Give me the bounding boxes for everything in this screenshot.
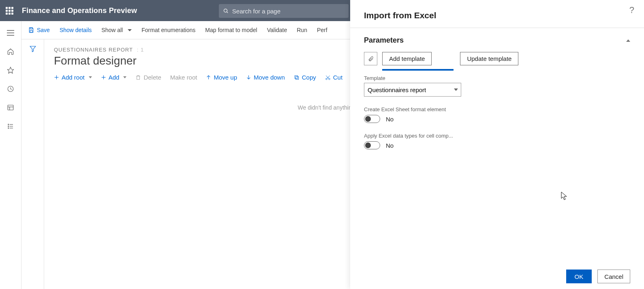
svg-rect-23 — [137, 76, 140, 79]
copy-icon — [294, 75, 300, 80]
import-from-excel-panel: ? Import from Excel Parameters Add templ… — [350, 0, 644, 289]
search-input[interactable] — [232, 8, 344, 15]
modules-icon[interactable] — [6, 122, 15, 130]
attachment-button[interactable] — [364, 52, 377, 65]
svg-marker-18 — [30, 46, 36, 52]
panel-title: Import from Excel — [364, 11, 436, 20]
svg-point-14 — [8, 128, 9, 129]
svg-rect-17 — [30, 30, 32, 32]
add-root-button[interactable]: Add root — [54, 74, 92, 81]
workspace-icon[interactable] — [6, 104, 15, 112]
svg-point-0 — [224, 9, 227, 12]
plus-icon — [101, 75, 106, 80]
perf-link[interactable]: Perf — [317, 27, 327, 33]
save-icon — [28, 27, 34, 33]
cut-icon — [325, 75, 331, 80]
hamburger-icon[interactable] — [6, 29, 15, 37]
apply-types-toggle[interactable] — [364, 141, 380, 149]
breadcrumb-index: : 1 — [137, 47, 144, 53]
arrow-down-icon — [246, 75, 251, 80]
update-template-button[interactable]: Update template — [460, 52, 518, 65]
filter-icon[interactable] — [29, 45, 36, 54]
template-field-label: Template — [364, 75, 630, 81]
svg-rect-16 — [30, 28, 32, 29]
plus-icon — [54, 75, 59, 80]
show-details-link[interactable]: Show details — [60, 27, 92, 33]
panel-footer: OK Cancel — [350, 264, 644, 289]
move-down-button[interactable]: Move down — [246, 74, 285, 81]
copy-button[interactable]: Copy — [294, 74, 316, 81]
paperclip-icon — [368, 55, 374, 63]
svg-point-12 — [8, 126, 9, 127]
apply-types-value: No — [386, 142, 394, 149]
cancel-button[interactable]: Cancel — [597, 270, 630, 283]
search-icon — [223, 8, 229, 14]
arrow-up-icon — [206, 75, 211, 80]
save-button[interactable]: Save — [28, 27, 50, 33]
add-template-button[interactable]: Add template — [382, 52, 432, 65]
app-title: Finance and Operations Preview — [22, 6, 137, 15]
create-sheet-value: No — [386, 116, 394, 123]
filter-column — [21, 39, 44, 289]
svg-rect-7 — [8, 105, 13, 110]
trash-icon — [135, 75, 141, 80]
left-navigation-rail — [0, 21, 21, 289]
global-search[interactable] — [219, 4, 349, 18]
make-root-button[interactable]: Make root — [170, 74, 197, 81]
svg-marker-5 — [8, 67, 14, 73]
svg-line-1 — [227, 12, 228, 13]
add-button[interactable]: Add — [101, 74, 127, 81]
delete-button[interactable]: Delete — [135, 74, 161, 81]
run-link[interactable]: Run — [297, 27, 307, 33]
cut-button[interactable]: Cut — [325, 74, 342, 81]
create-sheet-label: Create Excel Sheet format element — [364, 106, 630, 112]
map-format-link[interactable]: Map format to model — [205, 27, 257, 33]
show-all-dropdown[interactable]: Show all — [101, 27, 132, 33]
template-select-input[interactable] — [364, 83, 461, 97]
star-icon[interactable] — [6, 66, 15, 74]
format-enumerations-link[interactable]: Format enumerations — [141, 27, 195, 33]
recent-icon[interactable] — [6, 85, 15, 93]
create-sheet-toggle[interactable] — [364, 115, 380, 123]
apply-types-label: Apply Excel data types for cell comp... — [364, 133, 630, 139]
svg-rect-27 — [295, 75, 297, 78]
svg-point-10 — [8, 124, 9, 125]
parameters-section-title: Parameters — [364, 36, 404, 45]
home-icon[interactable] — [6, 47, 15, 56]
validate-link[interactable]: Validate — [267, 27, 287, 33]
help-icon[interactable]: ? — [629, 5, 634, 15]
svg-rect-26 — [295, 76, 298, 79]
app-launcher-icon[interactable] — [6, 7, 15, 15]
breadcrumb-title: QUESTIONNAIRES REPORT — [54, 47, 133, 53]
move-up-button[interactable]: Move up — [206, 74, 237, 81]
template-select[interactable] — [364, 83, 461, 97]
collapse-parameters-icon[interactable] — [626, 39, 630, 42]
add-template-highlight — [382, 69, 454, 71]
ok-button[interactable]: OK — [566, 270, 592, 283]
